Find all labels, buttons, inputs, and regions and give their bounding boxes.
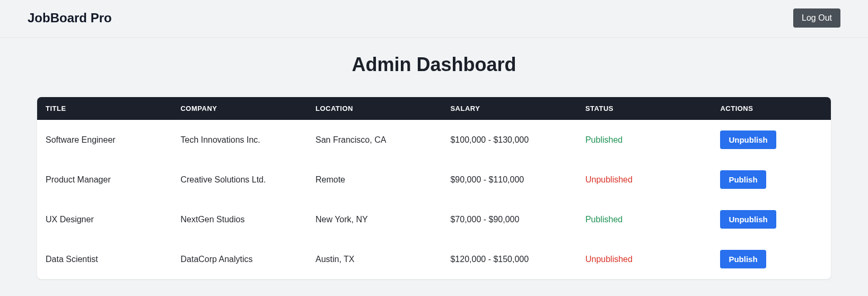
cell-location: New York, NY — [307, 199, 442, 239]
cell-location: San Francisco, CA — [307, 120, 442, 160]
table-row: UX DesignerNextGen StudiosNew York, NY$7… — [37, 199, 831, 239]
cell-company: Creative Solutions Ltd. — [172, 160, 306, 199]
status-badge: Unpublished — [585, 175, 633, 184]
cell-salary: $90,000 - $110,000 — [442, 160, 576, 199]
table-row: Data ScientistDataCorp AnalyticsAustin, … — [37, 239, 831, 279]
col-header-company: COMPANY — [172, 97, 306, 120]
col-header-location: LOCATION — [307, 97, 442, 120]
page-content: Admin Dashboard TITLE COMPANY LOCATION S… — [0, 38, 868, 296]
cell-title: UX Designer — [37, 199, 172, 239]
cell-location: Austin, TX — [307, 239, 442, 279]
col-header-salary: SALARY — [442, 97, 576, 120]
cell-title: Product Manager — [37, 160, 172, 199]
cell-title: Software Engineer — [37, 120, 172, 160]
cell-actions: Publish — [712, 239, 831, 279]
jobs-table: TITLE COMPANY LOCATION SALARY STATUS ACT… — [37, 97, 831, 279]
cell-salary: $70,000 - $90,000 — [442, 199, 576, 239]
col-header-status: STATUS — [577, 97, 712, 120]
status-badge: Published — [585, 215, 622, 224]
table-row: Product ManagerCreative Solutions Ltd.Re… — [37, 160, 831, 199]
col-header-title: TITLE — [37, 97, 172, 120]
cell-actions: Publish — [712, 160, 831, 199]
jobs-table-card: TITLE COMPANY LOCATION SALARY STATUS ACT… — [37, 97, 831, 279]
publish-button[interactable]: Publish — [720, 170, 766, 189]
cell-actions: Unpublish — [712, 120, 831, 160]
unpublish-button[interactable]: Unpublish — [720, 210, 776, 229]
brand-title: JobBoard Pro — [28, 11, 112, 25]
cell-actions: Unpublish — [712, 199, 831, 239]
status-badge: Published — [585, 135, 622, 144]
cell-status: Unpublished — [577, 160, 712, 199]
unpublish-button[interactable]: Unpublish — [720, 130, 776, 149]
cell-status: Published — [577, 199, 712, 239]
cell-company: NextGen Studios — [172, 199, 306, 239]
status-badge: Unpublished — [585, 255, 633, 264]
cell-salary: $120,000 - $150,000 — [442, 239, 576, 279]
cell-company: DataCorp Analytics — [172, 239, 306, 279]
header-bar: JobBoard Pro Log Out — [0, 0, 868, 38]
publish-button[interactable]: Publish — [720, 250, 766, 268]
cell-location: Remote — [307, 160, 442, 199]
cell-status: Published — [577, 120, 712, 160]
cell-title: Data Scientist — [37, 239, 172, 279]
col-header-actions: ACTIONS — [712, 97, 831, 120]
table-row: Software EngineerTech Innovations Inc.Sa… — [37, 120, 831, 160]
cell-status: Unpublished — [577, 239, 712, 279]
cell-salary: $100,000 - $130,000 — [442, 120, 576, 160]
logout-button[interactable]: Log Out — [793, 8, 840, 28]
table-header-row: TITLE COMPANY LOCATION SALARY STATUS ACT… — [37, 97, 831, 120]
page-title: Admin Dashboard — [37, 54, 831, 76]
cell-company: Tech Innovations Inc. — [172, 120, 306, 160]
